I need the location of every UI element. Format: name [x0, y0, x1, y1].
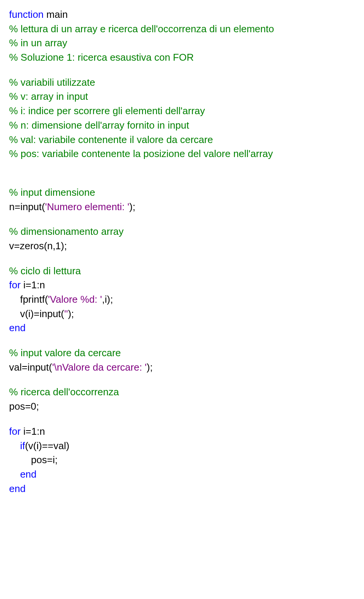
- code-line: pos=i;: [9, 453, 355, 467]
- code-line: n=input('Numero elementi: ');: [9, 200, 355, 214]
- blank-line: [9, 161, 355, 175]
- indent: [9, 469, 20, 480]
- blank-line: [9, 374, 355, 385]
- comment-line: % val: variabile contenente il valore da…: [9, 133, 355, 147]
- code-line: for i=1:n: [9, 278, 355, 292]
- blank-line: [9, 335, 355, 346]
- string-literal: 'Valore %d: ': [48, 294, 102, 305]
- blank-line: [9, 214, 355, 225]
- code-line: pos=0;: [9, 399, 355, 414]
- blank-line: [9, 65, 355, 75]
- code-text: v(i)=input(: [20, 308, 64, 319]
- string-literal: '\nValore da cercare: ': [52, 362, 146, 373]
- code-text: i=1:n: [20, 426, 45, 437]
- code-text: (v(i)==val): [25, 440, 69, 451]
- indent: [9, 440, 20, 451]
- keyword: end: [20, 469, 36, 480]
- comment-line: % variabili utilizzate: [9, 75, 355, 90]
- comment-line: % ricerca dell'occorrenza: [9, 385, 355, 399]
- code-text: main: [44, 9, 68, 20]
- string-literal: 'Numero elementi: ': [45, 201, 129, 212]
- code-text: val=input(: [9, 362, 52, 373]
- indent: [9, 308, 20, 319]
- code-line: val=input('\nValore da cercare: ');: [9, 360, 355, 375]
- code-text: );: [147, 362, 153, 373]
- code-line: end: [9, 467, 355, 482]
- comment-line: % input valore da cercare: [9, 346, 355, 360]
- code-text: fprintf(: [20, 294, 48, 305]
- comment-line: % v: array in input: [9, 90, 355, 104]
- code-line: v(i)=input('');: [9, 307, 355, 321]
- code-text: pos=i;: [31, 454, 58, 465]
- code-line: function main: [9, 8, 355, 22]
- comment-line: % lettura di un array e ricerca dell'occ…: [9, 22, 355, 36]
- keyword: if: [20, 440, 25, 451]
- code-text: ,i);: [102, 294, 113, 305]
- indent: [9, 454, 31, 465]
- code-line: for i=1:n: [9, 424, 355, 439]
- comment-line: % ciclo di lettura: [9, 264, 355, 278]
- code-text: i=1:n: [20, 279, 45, 291]
- keyword: end: [9, 321, 355, 335]
- keyword: end: [9, 482, 355, 496]
- code-line: v=zeros(n,1);: [9, 239, 355, 253]
- blank-line: [9, 175, 355, 186]
- comment-line: % pos: variabile contenente la posizione…: [9, 147, 355, 161]
- blank-line: [9, 253, 355, 264]
- keyword: for: [9, 279, 20, 291]
- code-line: if(v(i)==val): [9, 439, 355, 453]
- comment-line: % n: dimensione dell'array fornito in in…: [9, 118, 355, 133]
- indent: [9, 294, 20, 305]
- blank-line: [9, 414, 355, 424]
- keyword: function: [9, 9, 44, 20]
- code-text: n=input(: [9, 201, 45, 212]
- string-literal: '': [64, 308, 68, 319]
- comment-line: % Soluzione 1: ricerca esaustiva con FOR: [9, 50, 355, 65]
- code-line: fprintf('Valore %d: ',i);: [9, 292, 355, 307]
- comment-line: % in un array: [9, 36, 355, 50]
- comment-line: % i: indice per scorrere gli elementi de…: [9, 104, 355, 118]
- keyword: for: [9, 426, 20, 437]
- code-text: );: [68, 308, 74, 319]
- comment-line: % input dimensione: [9, 186, 355, 200]
- comment-line: % dimensionamento array: [9, 225, 355, 239]
- code-text: );: [129, 201, 135, 212]
